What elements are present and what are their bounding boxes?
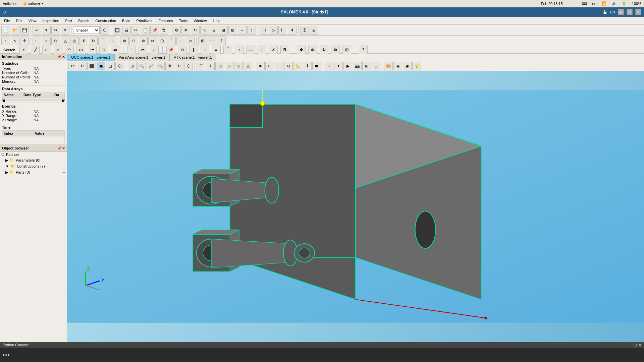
zoom-fit[interactable]: ⊞ — [128, 62, 137, 70]
move-cursor[interactable]: ✛ — [20, 37, 29, 45]
info-panel-close[interactable]: ✕ — [62, 55, 65, 59]
view-sel-vert[interactable]: ◻ — [106, 62, 115, 70]
menu-view[interactable]: View — [26, 18, 39, 23]
record-btn[interactable]: ⏺ — [312, 62, 321, 70]
tb-btn-e[interactable]: ↕ — [247, 26, 256, 35]
settings-button[interactable]: ⚙ — [172, 26, 181, 35]
sketch-horiz[interactable]: — — [246, 46, 255, 54]
sketch-array[interactable]: ⊞ — [342, 46, 351, 54]
bool-common[interactable]: ⊗ — [139, 37, 148, 45]
menu-inspection[interactable]: Inspection — [40, 18, 62, 23]
sketch-offset[interactable]: ⊐ — [99, 46, 108, 54]
extrude-btn[interactable]: ⬆ — [79, 37, 88, 45]
scale-button[interactable]: ⤡ — [200, 26, 209, 35]
view-right[interactable]: ▷ — [225, 62, 233, 70]
tb-btn-copy[interactable]: 📋 — [141, 26, 150, 35]
tb-btn-cut[interactable]: ✂ — [131, 26, 140, 35]
pipe-btn[interactable]: ⌒ — [98, 37, 107, 45]
revolve-btn[interactable]: ↻ — [89, 37, 98, 45]
module-selector[interactable]: Shaper Mesh Geometry — [73, 26, 100, 34]
layout-btn[interactable]: ⊞ — [362, 62, 371, 70]
undo-arrow[interactable]: ▾ — [42, 26, 51, 35]
activities-label[interactable]: Activities — [3, 2, 17, 6]
measure-btn[interactable]: ⊞ — [198, 37, 207, 45]
cone-btn[interactable]: △ — [61, 37, 69, 45]
menu-primitives[interactable]: Primitives — [134, 18, 155, 23]
sphere-btn[interactable]: ○ — [42, 37, 51, 45]
sketch-point[interactable]: · — [127, 46, 136, 54]
rotate-button[interactable]: ↻ — [191, 26, 200, 35]
tb-btn-h[interactable]: ⊢ — [278, 26, 287, 35]
move-button[interactable]: ✥ — [181, 26, 190, 35]
view-sel-face[interactable]: ⬡ — [115, 62, 124, 70]
sketch-move[interactable]: ✥ — [297, 46, 306, 54]
explode-btn[interactable]: ✦ — [334, 62, 343, 70]
sigma-button[interactable]: Σ — [300, 26, 309, 35]
partition-btn[interactable]: ⋈ — [148, 37, 157, 45]
view-bottom[interactable]: ⊥ — [206, 62, 215, 70]
measure-viewer[interactable]: 📐 — [293, 62, 302, 70]
sketch-ellipse[interactable]: ⬭ — [76, 46, 85, 54]
new-button[interactable]: 📄 — [1, 26, 10, 35]
present-btn[interactable]: ⊟ — [372, 62, 380, 70]
tree-parameters[interactable]: ▶ 📁 Parameters (0) — [0, 157, 67, 163]
bool-cut[interactable]: ⊖ — [129, 37, 138, 45]
cylinder-btn[interactable]: ⊙ — [51, 37, 60, 45]
plane-btn[interactable]: ▱ — [186, 37, 195, 45]
close-button[interactable]: ✕ — [635, 9, 641, 15]
menu-construction[interactable]: Construction — [93, 18, 119, 23]
menu-part[interactable]: Part — [63, 18, 75, 23]
python-console-close[interactable]: ✕ — [638, 343, 641, 347]
view-back[interactable]: △ — [244, 62, 252, 70]
tb-btn-3d[interactable]: 🔲 — [113, 26, 121, 35]
lang-label[interactable]: en — [592, 2, 596, 6]
sketch-new[interactable]: + — [19, 46, 28, 54]
undo-button[interactable]: ↩ — [33, 26, 41, 35]
menu-edit[interactable]: Edit — [13, 18, 25, 23]
zoom-area[interactable]: 🔍 — [137, 62, 146, 70]
tree-parts[interactable]: ▶ 📁 Parts (0) ↪ — [0, 169, 67, 175]
sketch-dist[interactable]: ↕ — [235, 46, 244, 54]
redo-button[interactable]: ↪ — [51, 26, 60, 35]
viewer-canvas[interactable]: Y Z — [67, 71, 644, 342]
python-console-detach[interactable]: ⬡ — [634, 343, 637, 347]
save-button[interactable]: 💾 — [20, 26, 29, 35]
sketch-copy[interactable]: ⧉ — [331, 46, 340, 54]
tb-btn-a[interactable]: ⊟ — [210, 26, 218, 35]
sketch-zoom[interactable]: ⊕ — [308, 46, 317, 54]
color-btn[interactable]: 🎨 — [384, 62, 393, 70]
loft-btn[interactable]: ⌓ — [108, 37, 116, 45]
sketch-equal[interactable]: = — [212, 46, 221, 54]
normal-btn[interactable]: ⇑ — [217, 37, 226, 45]
save-icon[interactable]: 💾 — [603, 10, 607, 14]
tab-occ[interactable]: OCC scene:1 - viewer:1 — [67, 54, 115, 61]
chamfer-btn[interactable]: ⌐ — [176, 37, 185, 45]
wireframe-btn[interactable]: ⬡ — [184, 62, 193, 70]
view-front2[interactable]: ▽ — [234, 62, 243, 70]
sketch-parallel[interactable]: ∥ — [189, 46, 198, 54]
sketch-vert[interactable]: | — [258, 46, 266, 54]
minimize-button[interactable]: — — [618, 9, 624, 15]
tree-partset[interactable]: ⬡ Part set — [0, 152, 67, 157]
zoom-out[interactable]: 🔍 — [156, 62, 165, 70]
pan-btn[interactable]: ✥ — [165, 62, 174, 70]
tb-btn-i[interactable]: ⬇ — [288, 26, 297, 35]
transform-btn[interactable]: ↔ — [325, 62, 333, 70]
view-sel-active[interactable]: ▣ — [97, 62, 105, 70]
sketch-line[interactable]: ╱ — [31, 46, 40, 54]
tree-constructions[interactable]: ▼ 📂 Constructions (7) — [0, 163, 67, 169]
menu-file[interactable]: File — [1, 18, 13, 23]
view-front[interactable]: ⬛ — [87, 62, 96, 70]
sketch-rotate[interactable]: ↻ — [320, 46, 328, 54]
sketch-circle[interactable]: ○ — [54, 46, 62, 54]
scroll-left[interactable]: ◀ — [2, 99, 5, 101]
sketch-help[interactable]: ? — [359, 46, 368, 54]
shading-wire[interactable]: □ — [265, 62, 274, 70]
tab-paraview[interactable]: ParaView scene:1 - viewer:1 — [115, 54, 170, 61]
light-btn[interactable]: 💡 — [412, 62, 421, 70]
view-top[interactable]: ⊤ — [197, 62, 205, 70]
fillet-btn[interactable]: ⌒ — [167, 37, 176, 45]
view-left[interactable]: ◁ — [215, 62, 224, 70]
tb-btn-delete[interactable]: 🗑 — [160, 26, 168, 35]
zoom-in[interactable]: 🔎 — [147, 62, 155, 70]
